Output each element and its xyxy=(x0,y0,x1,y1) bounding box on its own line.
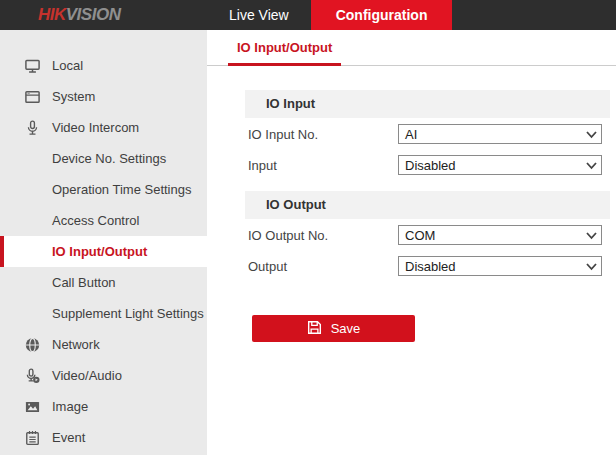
section-header-io-input: IO Input xyxy=(245,90,610,118)
sidebar-item-image[interactable]: Image xyxy=(0,391,207,422)
io-output-no-select[interactable]: COM xyxy=(398,225,602,245)
sidebar-item-operation-time-settings[interactable]: Operation Time Settings xyxy=(0,174,207,205)
io-input-no-value: AI xyxy=(405,127,417,142)
save-button[interactable]: Save xyxy=(252,315,415,342)
sidebar-item-label: Image xyxy=(52,399,88,414)
io-settings-form: IO Input IO Input No. AI Input Disabled … xyxy=(207,66,616,342)
event-icon xyxy=(24,429,41,446)
chevron-down-icon xyxy=(585,128,598,141)
sidebar-item-call-button[interactable]: Call Button xyxy=(0,267,207,298)
logo-vision: VISION xyxy=(66,5,121,25)
form-row-io-output-no: IO Output No. COM xyxy=(245,225,616,245)
top-nav: Live View Configuration xyxy=(207,0,452,30)
output-value: Disabled xyxy=(405,259,456,274)
sidebar-item-label: Supplement Light Settings xyxy=(52,306,204,321)
image-icon xyxy=(24,398,41,415)
microphone-icon xyxy=(24,119,41,136)
chevron-down-icon xyxy=(585,260,598,273)
sidebar-item-system[interactable]: System xyxy=(0,81,207,112)
window-icon xyxy=(24,88,41,105)
sidebar-item-event[interactable]: Event xyxy=(0,422,207,453)
output-label: Output xyxy=(248,259,398,274)
section-header-io-output: IO Output xyxy=(245,191,610,219)
chevron-down-icon xyxy=(585,229,598,242)
sidebar-item-supplement-light-settings[interactable]: Supplement Light Settings xyxy=(0,298,207,329)
chevron-down-icon xyxy=(585,159,598,172)
sidebar-item-video-intercom[interactable]: Video Intercom xyxy=(0,112,207,143)
sidebar-item-device-no-settings[interactable]: Device No. Settings xyxy=(0,143,207,174)
sidebar-item-label: Access Control xyxy=(52,213,139,228)
main-content: IO Input/Output IO Input IO Input No. AI… xyxy=(207,30,616,455)
save-button-label: Save xyxy=(331,321,361,336)
sidebar-item-label: System xyxy=(52,89,95,104)
sidebar-item-label: Call Button xyxy=(52,275,116,290)
form-row-io-input-no: IO Input No. AI xyxy=(245,124,616,144)
sidebar-item-label: Local xyxy=(52,58,83,73)
globe-icon xyxy=(24,336,41,353)
form-row-input: Input Disabled xyxy=(245,155,616,175)
sidebar-item-label: Event xyxy=(52,430,85,445)
sidebar-item-video-audio[interactable]: Video/Audio xyxy=(0,360,207,391)
tab-io-input-output[interactable]: IO Input/Output xyxy=(228,30,341,66)
sidebar-item-access-control[interactable]: Access Control xyxy=(0,205,207,236)
hikvision-logo: HIKVISION xyxy=(38,0,120,30)
topbar: HIKVISION Live View Configuration xyxy=(0,0,616,30)
sidebar-item-label: Network xyxy=(52,337,100,352)
sidebar-item-label: Video/Audio xyxy=(52,368,122,383)
sidebar-item-network[interactable]: Network xyxy=(0,329,207,360)
sidebar-item-label: Device No. Settings xyxy=(52,151,166,166)
save-icon xyxy=(307,320,322,338)
tab-live-view[interactable]: Live View xyxy=(207,0,311,30)
io-output-no-value: COM xyxy=(405,228,435,243)
audio-icon xyxy=(24,367,41,384)
output-select[interactable]: Disabled xyxy=(398,256,602,276)
sidebar-item-label: IO Input/Output xyxy=(52,244,147,259)
input-label: Input xyxy=(248,158,398,173)
monitor-icon xyxy=(24,57,41,74)
io-input-no-label: IO Input No. xyxy=(248,127,398,142)
sidebar-item-label: Operation Time Settings xyxy=(52,182,191,197)
form-row-output: Output Disabled xyxy=(245,256,616,276)
input-select[interactable]: Disabled xyxy=(398,155,602,175)
sidebar-item-local[interactable]: Local xyxy=(0,50,207,81)
logo-hik: HIK xyxy=(38,5,66,25)
sidebar-item-io-input-output[interactable]: IO Input/Output xyxy=(0,236,207,267)
io-output-no-label: IO Output No. xyxy=(248,228,398,243)
sidebar: Local System Video Intercom Device No. S… xyxy=(0,30,207,455)
sidebar-item-label: Video Intercom xyxy=(52,120,139,135)
io-input-no-select[interactable]: AI xyxy=(398,124,602,144)
tab-configuration[interactable]: Configuration xyxy=(311,0,453,30)
input-value: Disabled xyxy=(405,158,456,173)
tabbar: IO Input/Output xyxy=(207,30,616,66)
